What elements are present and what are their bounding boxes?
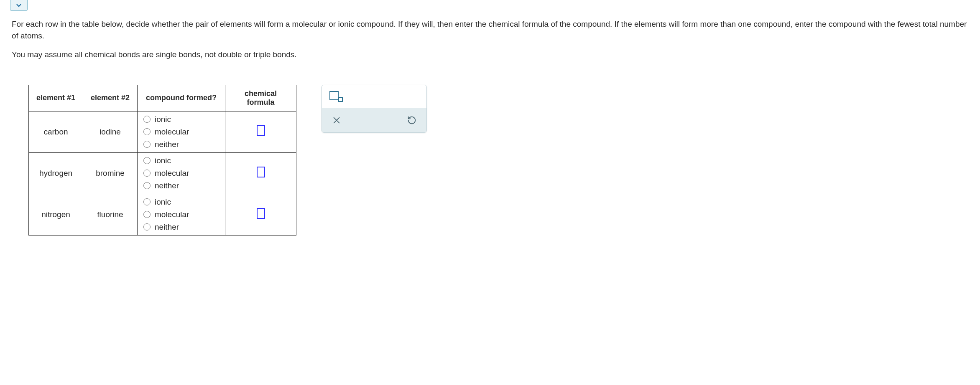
cell-element-2: fluorine	[83, 194, 138, 235]
radio-neither[interactable]: neither	[143, 140, 179, 149]
table-row: carbon iodine ionic molecular neither	[29, 111, 296, 152]
cell-element-1: carbon	[29, 111, 83, 152]
radio-molecular[interactable]: molecular	[143, 210, 189, 219]
close-icon	[332, 116, 341, 125]
question-para-2: You may assume all chemical bonds are si…	[12, 49, 968, 61]
chevron-down-icon	[15, 2, 23, 9]
radio-label: neither	[155, 181, 179, 190]
header-compound-formed: compound formed?	[138, 85, 225, 111]
question-para-1: For each row in the table below, decide …	[12, 18, 968, 41]
radio-label: ionic	[155, 115, 171, 124]
subscript-icon	[329, 91, 339, 100]
radio-label: neither	[155, 140, 179, 149]
table-row: hydrogen bromine ionic molecular neither	[29, 152, 296, 194]
header-element-1: element #1	[29, 85, 83, 111]
formula-input[interactable]	[257, 125, 265, 136]
radio-molecular[interactable]: molecular	[143, 169, 189, 178]
elements-table: element #1 element #2 compound formed? c…	[28, 85, 296, 236]
header-chemical-formula: chemical formula	[225, 85, 296, 111]
reset-button[interactable]	[406, 115, 417, 126]
subscript-tool-button[interactable]	[329, 91, 343, 100]
radio-label: ionic	[155, 156, 171, 165]
radio-label: molecular	[155, 210, 189, 219]
cell-element-2: bromine	[83, 152, 138, 194]
radio-molecular[interactable]: molecular	[143, 127, 189, 137]
radio-ionic[interactable]: ionic	[143, 156, 171, 165]
radio-label: ionic	[155, 198, 171, 207]
subscript-icon	[338, 97, 343, 102]
tool-panel	[322, 85, 427, 133]
undo-icon	[407, 116, 416, 125]
formula-input[interactable]	[257, 208, 265, 219]
cell-element-1: hydrogen	[29, 152, 83, 194]
radio-label: neither	[155, 223, 179, 232]
cell-element-1: nitrogen	[29, 194, 83, 235]
radio-ionic[interactable]: ionic	[143, 115, 171, 124]
formula-input[interactable]	[257, 167, 265, 177]
header-element-2: element #2	[83, 85, 138, 111]
clear-button[interactable]	[331, 115, 342, 126]
radio-ionic[interactable]: ionic	[143, 198, 171, 207]
question-text: For each row in the table below, decide …	[0, 11, 980, 72]
table-row: nitrogen fluorine ionic molecular neithe…	[29, 194, 296, 235]
radio-neither[interactable]: neither	[143, 223, 179, 232]
radio-label: molecular	[155, 169, 189, 178]
cell-element-2: iodine	[83, 111, 138, 152]
radio-label: molecular	[155, 127, 189, 137]
radio-neither[interactable]: neither	[143, 181, 179, 190]
collapse-toggle[interactable]	[10, 0, 28, 11]
